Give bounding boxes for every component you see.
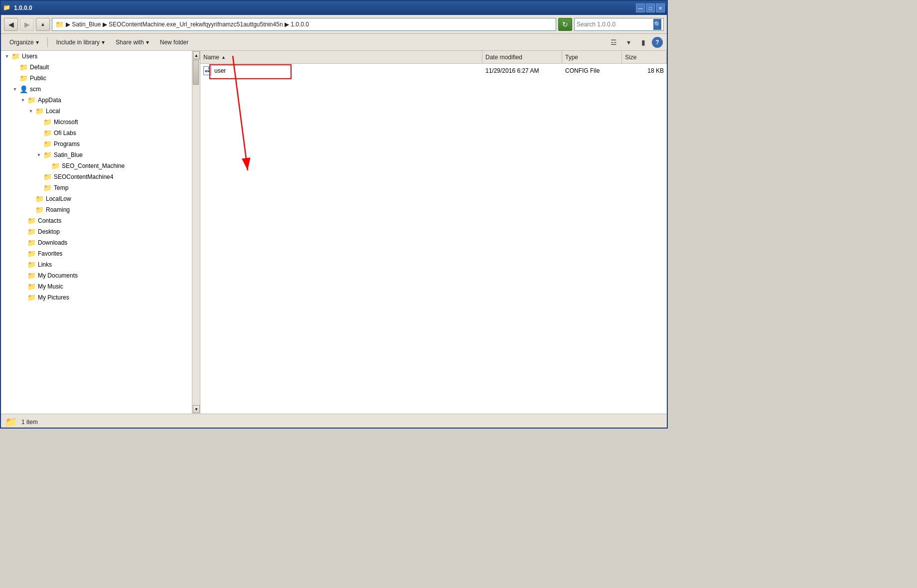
forward-button[interactable]: ▶ (20, 18, 34, 31)
organize-button[interactable]: Organize ▾ (5, 36, 43, 49)
new-folder-button[interactable]: New folder (155, 36, 193, 49)
expander-seocm4 (35, 173, 43, 181)
folder-icon-favorites: 📁 (27, 250, 36, 258)
tree-item-microsoft[interactable]: 📁 Microsoft (1, 117, 192, 128)
tree-item-public[interactable]: 📁 Public (1, 73, 192, 84)
tree-item-programs[interactable]: 📁 Programs (1, 139, 192, 149)
expander-temp (35, 184, 43, 192)
folder-icon-my-music: 📁 (27, 283, 36, 291)
main-area: ▼ 📁 Users 📁 Default 📁 Public (1, 51, 667, 414)
path-folder-icon: 📁 (55, 20, 64, 28)
tree-item-default[interactable]: 📁 Default (1, 62, 192, 73)
address-path[interactable]: 📁 ▶ Satin_Blue ▶ SEOContentMachine.exe_U… (52, 18, 556, 31)
expander-seo-content-machine (43, 162, 51, 170)
scrollbar-down-button[interactable]: ▼ (193, 405, 200, 413)
tree-item-locallow[interactable]: 📁 LocalLow (1, 193, 192, 204)
tree-label-scm: scm (30, 86, 41, 93)
window-title: 1.0.0.0 (14, 4, 636, 11)
expander-my-documents (19, 272, 27, 280)
view-dropdown-button[interactable]: ▾ (622, 36, 635, 48)
expander-microsoft (35, 118, 43, 126)
file-cell-name-user: ■■ user (200, 64, 482, 78)
file-row-user[interactable]: ■■ user 11/29/2016 6:27 AM CONFIG File 1… (200, 64, 667, 78)
window-controls: — □ ✕ (636, 3, 665, 12)
folder-icon-default: 📁 (19, 63, 28, 71)
expander-local: ▼ (27, 107, 35, 115)
maximize-button[interactable]: □ (646, 3, 655, 12)
file-cell-type-user: CONFIG File (562, 64, 622, 78)
tree-label-desktop: Desktop (38, 228, 60, 235)
tree-item-desktop[interactable]: 📁 Desktop (1, 226, 192, 237)
expander-my-pictures (19, 294, 27, 301)
tree-label-satin-blue: Satin_Blue (54, 151, 83, 158)
folder-icon-temp: 📁 (43, 184, 52, 192)
include-library-button[interactable]: Include in library ▾ (52, 36, 109, 49)
col-header-name[interactable]: Name ▲ (200, 51, 482, 63)
tree-label-seocm4: SEOContentMachine4 (54, 173, 113, 180)
share-with-button[interactable]: Share with ▾ (111, 36, 153, 49)
tree-label-local: Local (46, 108, 60, 115)
folder-icon-my-documents: 📁 (27, 272, 36, 280)
tree-item-temp[interactable]: 📁 Temp (1, 182, 192, 193)
tree-item-seocm4[interactable]: 📁 SEOContentMachine4 (1, 171, 192, 182)
scrollbar-up-button[interactable]: ▲ (193, 51, 200, 59)
folder-icon-appdata: 📁 (27, 96, 36, 104)
help-button[interactable]: ? (652, 37, 663, 48)
view-toggle-button[interactable]: ☲ (607, 36, 620, 48)
tree-label-ofi-labs: Ofi Labs (54, 130, 76, 137)
folder-icon-desktop: 📁 (27, 228, 36, 236)
tree-item-users[interactable]: ▼ 📁 Users (1, 51, 192, 62)
expander-users: ▼ (3, 52, 11, 60)
file-cell-size-user: 18 KB (622, 64, 667, 78)
toolbar: Organize ▾ Include in library ▾ Share wi… (1, 34, 667, 51)
col-header-type[interactable]: Type (562, 51, 622, 63)
expander-links (19, 261, 27, 269)
refresh-button[interactable]: ↻ (558, 18, 572, 31)
tree-label-favorites: Favorites (38, 250, 62, 257)
tree-item-local[interactable]: ▼ 📁 Local (1, 106, 192, 117)
tree-item-my-pictures[interactable]: 📁 My Pictures (1, 292, 192, 303)
include-library-dropdown-icon: ▾ (102, 39, 105, 46)
expander-contacts (19, 217, 27, 225)
tree-item-ofi-labs[interactable]: 📁 Ofi Labs (1, 128, 192, 139)
tree-item-scm[interactable]: ▼ 👤 scm (1, 84, 192, 95)
address-path-text: ▶ Satin_Blue ▶ SEOContentMachine.exe_Url… (66, 21, 309, 28)
toolbar-right: ☲ ▾ ▮ ? (607, 36, 663, 48)
tree-item-roaming[interactable]: 📁 Roaming (1, 204, 192, 215)
organize-dropdown-icon: ▾ (36, 39, 39, 46)
tree-label-contacts: Contacts (38, 217, 61, 224)
expander-programs (35, 140, 43, 148)
folder-icon-programs: 📁 (43, 140, 52, 148)
tree-label-users: Users (22, 53, 37, 60)
tree-label-seo-content-machine: SEO_Content_Machine (62, 162, 125, 169)
tree-item-contacts[interactable]: 📁 Contacts (1, 215, 192, 226)
expander-appdata: ▼ (19, 96, 27, 104)
tree-scrollbar[interactable]: ▲ ▼ (192, 51, 200, 414)
close-button[interactable]: ✕ (656, 3, 665, 12)
toolbar-separator-1 (47, 37, 48, 47)
folder-icon-users: 📁 (11, 52, 20, 60)
minimize-button[interactable]: — (636, 3, 645, 12)
sort-asc-icon: ▲ (221, 55, 226, 60)
col-header-date[interactable]: Date modified (482, 51, 562, 63)
expander-default (11, 63, 19, 71)
tree-item-my-music[interactable]: 📁 My Music (1, 281, 192, 292)
tree-item-downloads[interactable]: 📁 Downloads (1, 237, 192, 248)
col-header-size[interactable]: Size (622, 51, 667, 63)
tree-item-appdata[interactable]: ▼ 📁 AppData (1, 95, 192, 106)
tree-item-favorites[interactable]: 📁 Favorites (1, 248, 192, 259)
up-button[interactable]: ▲ (36, 18, 50, 31)
file-cell-date-user: 11/29/2016 6:27 AM (482, 64, 562, 78)
scrollbar-thumb[interactable] (193, 60, 199, 85)
title-bar: 📁 1.0.0.0 — □ ✕ (1, 1, 667, 15)
back-button[interactable]: ◀ (4, 18, 18, 31)
tree-item-links[interactable]: 📁 Links (1, 259, 192, 270)
search-input[interactable] (577, 21, 651, 28)
tree-item-satin-blue[interactable]: ▼ 📁 Satin_Blue (1, 149, 192, 160)
preview-pane-button[interactable]: ▮ (637, 36, 650, 48)
tree-item-my-documents[interactable]: 📁 My Documents (1, 270, 192, 281)
share-with-dropdown-icon: ▾ (146, 39, 149, 46)
status-item-count: 1 item (21, 419, 38, 426)
tree-item-seo-content-machine[interactable]: 📁 SEO_Content_Machine (1, 160, 192, 171)
search-go-button[interactable]: 🔍 (653, 19, 661, 30)
